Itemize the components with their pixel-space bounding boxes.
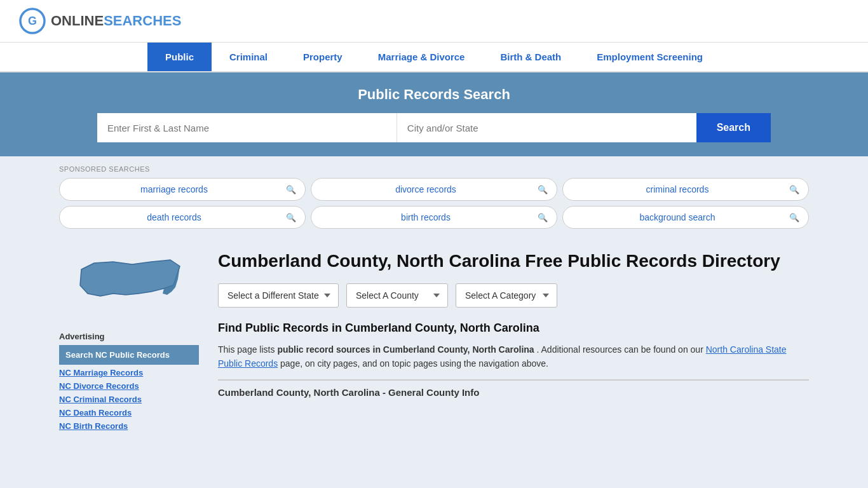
nav-item-employment[interactable]: Employment Screening <box>579 43 721 71</box>
sidebar-link-marriage[interactable]: NC Marriage Records <box>59 366 199 379</box>
sidebar-ad-highlight[interactable]: Search NC Public Records <box>59 345 199 365</box>
search-bar: Search <box>97 113 771 142</box>
search-banner: Public Records Search Search <box>0 72 868 156</box>
nav-item-marriage[interactable]: Marriage & Divorce <box>360 43 483 71</box>
nav-item-property[interactable]: Property <box>285 43 360 71</box>
content-row: Advertising Search NC Public Records NC … <box>59 244 809 433</box>
logo-text: ONLINESEARCHES <box>51 13 181 29</box>
search-icon-birth: 🔍 <box>538 213 548 222</box>
map-box <box>59 250 199 314</box>
sponsored-item-divorce[interactable]: divorce records 🔍 <box>311 178 557 201</box>
nc-state-map <box>75 250 183 314</box>
logo-online: ONLINE <box>51 13 104 29</box>
sidebar-link-death[interactable]: NC Death Records <box>59 406 199 419</box>
sponsored-item-criminal[interactable]: criminal records 🔍 <box>562 178 809 201</box>
banner-title: Public Records Search <box>19 86 849 103</box>
name-input[interactable] <box>97 113 397 142</box>
right-main: Cumberland County, North Carolina Free P… <box>218 250 809 433</box>
county-info-header: Cumberland County, North Carolina - Gene… <box>218 379 809 398</box>
state-dropdown[interactable]: Select a Different State <box>218 283 339 308</box>
sponsored-item-marriage[interactable]: marriage records 🔍 <box>59 178 306 201</box>
sponsored-link-criminal[interactable]: criminal records <box>572 184 783 194</box>
body-bold-1: public record sources in Cumberland Coun… <box>277 344 534 355</box>
category-dropdown[interactable]: Select A Category <box>456 283 557 308</box>
nav-item-criminal[interactable]: Criminal <box>212 43 285 71</box>
search-icon-criminal: 🔍 <box>789 185 799 194</box>
body-text-1: This page lists <box>218 344 275 355</box>
location-input[interactable] <box>397 113 696 142</box>
sponsored-link-death[interactable]: death records <box>69 212 280 222</box>
search-icon-death: 🔍 <box>286 213 296 222</box>
main-wrapper: SPONSORED SEARCHES marriage records 🔍 di… <box>40 165 828 433</box>
nav-item-birth[interactable]: Birth & Death <box>482 43 579 71</box>
sponsored-label: SPONSORED SEARCHES <box>59 165 809 173</box>
page-title: Cumberland County, North Carolina Free P… <box>218 250 809 272</box>
search-icon-divorce: 🔍 <box>538 185 548 194</box>
sponsored-link-divorce[interactable]: divorce records <box>320 184 531 194</box>
sponsored-item-death[interactable]: death records 🔍 <box>59 206 306 229</box>
sidebar-advertising: Advertising Search NC Public Records NC … <box>59 332 199 433</box>
sponsored-grid: marriage records 🔍 divorce records 🔍 cri… <box>59 178 809 229</box>
dropdowns-row: Select a Different State Select A County… <box>218 283 809 308</box>
body-text-2: . Additional resources can be found on o… <box>537 344 703 355</box>
search-icon-marriage: 🔍 <box>286 185 296 194</box>
left-sidebar: Advertising Search NC Public Records NC … <box>59 250 199 433</box>
search-button[interactable]: Search <box>696 113 771 142</box>
logo: G ONLINESEARCHES <box>19 8 181 34</box>
body-text-3: page, on city pages, and on topic pages … <box>280 358 548 369</box>
sidebar-link-birth[interactable]: NC Birth Records <box>59 419 199 433</box>
county-dropdown[interactable]: Select A County <box>346 283 448 308</box>
sponsored-link-birth[interactable]: birth records <box>320 212 531 222</box>
sponsored-item-background[interactable]: background search 🔍 <box>562 206 809 229</box>
sponsored-item-birth[interactable]: birth records 🔍 <box>311 206 557 229</box>
sidebar-ad-label: Advertising <box>59 332 199 341</box>
sponsored-link-background[interactable]: background search <box>572 212 783 222</box>
svg-text:G: G <box>28 15 37 27</box>
nav-item-public[interactable]: Public <box>147 43 212 71</box>
sidebar-link-divorce[interactable]: NC Divorce Records <box>59 379 199 393</box>
search-icon-background: 🔍 <box>789 213 799 222</box>
logo-icon: G <box>19 8 46 34</box>
main-nav: Public Criminal Property Marriage & Divo… <box>0 43 868 72</box>
body-paragraph: This page lists public record sources in… <box>218 342 809 371</box>
header: G ONLINESEARCHES <box>0 0 868 43</box>
sidebar-link-criminal[interactable]: NC Criminal Records <box>59 393 199 406</box>
find-title: Find Public Records in Cumberland County… <box>218 322 809 335</box>
sponsored-link-marriage[interactable]: marriage records <box>69 184 280 194</box>
logo-searches: SEARCHES <box>104 13 181 29</box>
